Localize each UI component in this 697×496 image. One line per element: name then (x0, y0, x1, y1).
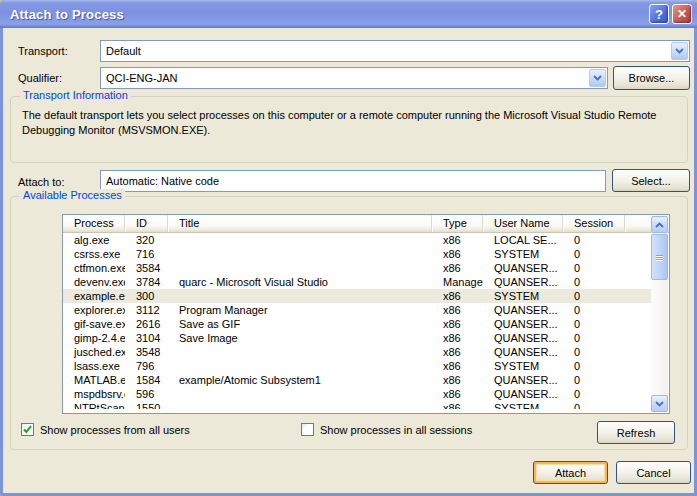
browse-button-label: Browse... (629, 72, 675, 84)
table-row[interactable]: explorer.exe3112Program Managerx86QUANSE… (63, 303, 653, 317)
table-row[interactable]: mspdbsrv.exe596x86QUANSER...0 (63, 387, 653, 401)
refresh-button[interactable]: Refresh (597, 421, 675, 444)
cell-process: lsass.exe (63, 359, 125, 373)
cell-title (168, 401, 432, 409)
cell-type: Managed, ... (432, 275, 483, 289)
cell-process: gif-save.exe (63, 317, 125, 331)
attach-to-label: Attach to: (18, 176, 64, 188)
process-list-header: Process ID Title Type User Name Session (63, 215, 669, 233)
cell-type: x86 (432, 289, 483, 303)
cell-user: QUANSER... (483, 331, 563, 345)
cell-session: 0 (563, 359, 625, 373)
scrollbar-thumb[interactable] (651, 234, 668, 280)
browse-button[interactable]: Browse... (613, 66, 690, 90)
transport-combobox[interactable]: Default (100, 40, 690, 62)
dialog-body: Transport: Default Qualifier: QCI-ENG-JA… (3, 28, 694, 493)
cell-user: SYSTEM (483, 289, 563, 303)
refresh-button-label: Refresh (617, 427, 656, 439)
cell-session: 0 (563, 261, 625, 275)
table-row[interactable]: alg.exe320x86LOCAL SE...0 (63, 233, 653, 247)
cell-id: 796 (125, 359, 168, 373)
table-row[interactable]: NTRtScan.exe1550x86SYSTEM0 (63, 401, 653, 409)
column-header-title[interactable]: Title (168, 215, 432, 232)
column-header-process[interactable]: Process (63, 215, 125, 232)
column-header-session[interactable]: Session (563, 215, 625, 232)
cell-title: Program Manager (168, 303, 432, 317)
close-button[interactable]: ✕ (672, 4, 692, 24)
cell-process: csrss.exe (63, 247, 125, 261)
cell-id: 2616 (125, 317, 168, 331)
titlebar[interactable]: Attach to Process ? ✕ (0, 0, 697, 28)
table-row[interactable]: gif-save.exe2616Save as GIFx86QUANSER...… (63, 317, 653, 331)
close-icon: ✕ (677, 7, 687, 21)
help-button[interactable]: ? (649, 4, 669, 24)
table-row[interactable]: example.exe300x86SYSTEM0 (63, 289, 653, 303)
cell-user: QUANSER... (483, 317, 563, 331)
transport-label: Transport: (18, 45, 68, 57)
cell-title: example/Atomic Subsystem1 (168, 373, 432, 387)
cell-session: 0 (563, 275, 625, 289)
scroll-up-icon[interactable] (651, 216, 668, 233)
cell-session: 0 (563, 373, 625, 387)
cell-title (168, 387, 432, 401)
column-header-type[interactable]: Type (432, 215, 483, 232)
attach-to-process-dialog: Attach to Process ? ✕ Transport: Default… (0, 0, 697, 496)
table-row[interactable]: devenv.exe3784quarc - Microsoft Visual S… (63, 275, 653, 289)
cell-user: QUANSER... (483, 387, 563, 401)
cell-id: 3584 (125, 261, 168, 275)
process-list[interactable]: Process ID Title Type User Name Session … (62, 214, 670, 414)
qualifier-combobox[interactable]: QCI-ENG-JAN (100, 67, 608, 89)
cell-process: MATLAB.exe (63, 373, 125, 387)
select-button[interactable]: Select... (612, 169, 690, 192)
cell-session: 0 (563, 233, 625, 247)
table-row[interactable]: MATLAB.exe1584example/Atomic Subsystem1x… (63, 373, 653, 387)
cell-process: devenv.exe (63, 275, 125, 289)
cell-session: 0 (563, 247, 625, 261)
table-row[interactable]: lsass.exe796x86SYSTEM0 (63, 359, 653, 373)
vertical-scrollbar[interactable] (651, 216, 668, 412)
attach-button[interactable]: Attach (533, 461, 608, 484)
attach-to-field[interactable]: Automatic: Native code (100, 170, 606, 192)
show-all-users-option[interactable]: Show processes from all users (21, 423, 190, 436)
cell-session: 0 (563, 331, 625, 345)
cell-process: mspdbsrv.exe (63, 387, 125, 401)
cell-session: 0 (563, 289, 625, 303)
transport-info-title: Transport Information (20, 89, 131, 101)
show-all-users-checkbox[interactable] (21, 423, 34, 436)
table-row[interactable]: gimp-2.4.exe3104Save Imagex86QUANSER...0 (63, 331, 653, 345)
table-row[interactable]: ctfmon.exe3584x86QUANSER...0 (63, 261, 653, 275)
scroll-down-icon[interactable] (651, 395, 668, 412)
check-icon (22, 424, 33, 435)
cell-process: ctfmon.exe (63, 261, 125, 275)
qualifier-value: QCI-ENG-JAN (101, 72, 588, 84)
table-row[interactable]: csrss.exe716x86SYSTEM0 (63, 247, 653, 261)
cell-id: 3112 (125, 303, 168, 317)
qualifier-label: Qualifier: (18, 72, 62, 84)
cell-user: QUANSER... (483, 275, 563, 289)
cell-session: 0 (563, 387, 625, 401)
process-rows: alg.exe320x86LOCAL SE...0csrss.exe716x86… (63, 233, 653, 409)
cell-process: NTRtScan.exe (63, 401, 125, 409)
chevron-down-icon[interactable] (671, 42, 688, 60)
column-header-user[interactable]: User Name (483, 215, 563, 232)
cell-id: 300 (125, 289, 168, 303)
cell-type: x86 (432, 331, 483, 345)
table-row[interactable]: jusched.exe3548x86QUANSER...0 (63, 345, 653, 359)
show-all-sessions-checkbox[interactable] (301, 423, 314, 436)
cell-title: quarc - Microsoft Visual Studio (168, 275, 432, 289)
cell-type: x86 (432, 387, 483, 401)
cancel-button[interactable]: Cancel (616, 461, 691, 484)
cell-id: 596 (125, 387, 168, 401)
chevron-down-icon[interactable] (589, 69, 606, 87)
cell-user: SYSTEM (483, 247, 563, 261)
cell-id: 1584 (125, 373, 168, 387)
window-title: Attach to Process (0, 7, 124, 22)
cell-user: LOCAL SE... (483, 233, 563, 247)
cell-user: QUANSER... (483, 261, 563, 275)
show-all-sessions-option[interactable]: Show processes in all sessions (301, 423, 472, 436)
transport-value: Default (101, 45, 670, 57)
cell-title (168, 345, 432, 359)
cell-user: QUANSER... (483, 373, 563, 387)
available-processes-title: Available Processes (20, 189, 125, 201)
column-header-id[interactable]: ID (125, 215, 168, 232)
